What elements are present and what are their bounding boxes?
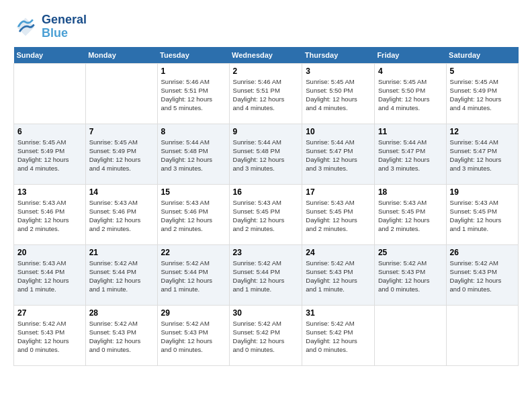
- calendar-cell: [374, 305, 446, 365]
- calendar-cell: 31Sunrise: 5:42 AM Sunset: 5:42 PM Dayli…: [302, 305, 375, 365]
- day-info: Sunrise: 5:42 AM Sunset: 5:43 PM Dayligh…: [450, 259, 515, 294]
- calendar-cell: 8Sunrise: 5:44 AM Sunset: 5:48 PM Daylig…: [157, 124, 229, 184]
- day-info: Sunrise: 5:46 AM Sunset: 5:51 PM Dayligh…: [161, 77, 226, 113]
- day-number: 21: [89, 248, 154, 257]
- calendar-cell: 2Sunrise: 5:46 AM Sunset: 5:51 PM Daylig…: [229, 63, 302, 124]
- calendar-cell: [446, 305, 518, 365]
- day-info: Sunrise: 5:43 AM Sunset: 5:46 PM Dayligh…: [17, 198, 82, 234]
- day-number: 10: [306, 127, 371, 136]
- day-number: 31: [306, 308, 371, 318]
- day-number: 27: [17, 308, 82, 318]
- day-info: Sunrise: 5:42 AM Sunset: 5:43 PM Dayligh…: [306, 259, 371, 294]
- day-info: Sunrise: 5:46 AM Sunset: 5:51 PM Dayligh…: [233, 77, 299, 113]
- day-number: 26: [450, 248, 515, 257]
- day-number: 30: [233, 308, 299, 318]
- day-info: Sunrise: 5:42 AM Sunset: 5:44 PM Dayligh…: [161, 259, 226, 294]
- calendar-cell: 20Sunrise: 5:43 AM Sunset: 5:44 PM Dayli…: [14, 244, 86, 305]
- calendar-cell: 6Sunrise: 5:45 AM Sunset: 5:49 PM Daylig…: [14, 124, 86, 184]
- day-number: 2: [233, 66, 299, 76]
- day-number: 8: [161, 127, 226, 136]
- day-number: 15: [161, 187, 226, 197]
- day-info: Sunrise: 5:43 AM Sunset: 5:46 PM Dayligh…: [161, 198, 226, 234]
- day-info: Sunrise: 5:45 AM Sunset: 5:50 PM Dayligh…: [306, 77, 371, 113]
- day-number: 23: [233, 248, 299, 257]
- day-number: 16: [233, 187, 299, 197]
- calendar-cell: 14Sunrise: 5:43 AM Sunset: 5:46 PM Dayli…: [85, 184, 157, 244]
- day-info: Sunrise: 5:42 AM Sunset: 5:43 PM Dayligh…: [89, 319, 154, 355]
- calendar-cell: 24Sunrise: 5:42 AM Sunset: 5:43 PM Dayli…: [302, 244, 375, 305]
- logo-text: General Blue: [42, 13, 87, 40]
- day-number: 9: [233, 127, 299, 136]
- day-info: Sunrise: 5:42 AM Sunset: 5:43 PM Dayligh…: [378, 259, 443, 294]
- calendar-cell: 27Sunrise: 5:42 AM Sunset: 5:43 PM Dayli…: [14, 305, 86, 365]
- day-info: Sunrise: 5:45 AM Sunset: 5:49 PM Dayligh…: [17, 138, 82, 173]
- day-info: Sunrise: 5:44 AM Sunset: 5:47 PM Dayligh…: [450, 138, 515, 173]
- calendar-cell: 10Sunrise: 5:44 AM Sunset: 5:47 PM Dayli…: [302, 124, 375, 184]
- calendar-cell: 21Sunrise: 5:42 AM Sunset: 5:44 PM Dayli…: [85, 244, 157, 305]
- day-header-tuesday: Tuesday: [157, 47, 229, 64]
- day-info: Sunrise: 5:42 AM Sunset: 5:43 PM Dayligh…: [161, 319, 226, 355]
- calendar-week-2: 6Sunrise: 5:45 AM Sunset: 5:49 PM Daylig…: [14, 124, 519, 184]
- calendar-cell: 30Sunrise: 5:42 AM Sunset: 5:42 PM Dayli…: [229, 305, 302, 365]
- calendar-cell: 4Sunrise: 5:45 AM Sunset: 5:50 PM Daylig…: [374, 63, 446, 124]
- calendar-week-1: 1Sunrise: 5:46 AM Sunset: 5:51 PM Daylig…: [14, 63, 519, 124]
- day-number: 25: [378, 248, 443, 257]
- day-header-sunday: Sunday: [14, 47, 86, 64]
- day-header-saturday: Saturday: [446, 47, 518, 64]
- calendar-week-3: 13Sunrise: 5:43 AM Sunset: 5:46 PM Dayli…: [14, 184, 519, 244]
- day-info: Sunrise: 5:44 AM Sunset: 5:48 PM Dayligh…: [233, 138, 299, 173]
- day-info: Sunrise: 5:43 AM Sunset: 5:45 PM Dayligh…: [450, 198, 515, 234]
- calendar-cell: 3Sunrise: 5:45 AM Sunset: 5:50 PM Daylig…: [302, 63, 375, 124]
- day-number: 3: [306, 66, 371, 76]
- day-info: Sunrise: 5:42 AM Sunset: 5:42 PM Dayligh…: [233, 319, 299, 355]
- day-number: 18: [378, 187, 443, 197]
- calendar-cell: 17Sunrise: 5:43 AM Sunset: 5:45 PM Dayli…: [302, 184, 375, 244]
- day-info: Sunrise: 5:43 AM Sunset: 5:45 PM Dayligh…: [306, 198, 371, 234]
- day-number: 29: [161, 308, 226, 318]
- day-info: Sunrise: 5:44 AM Sunset: 5:47 PM Dayligh…: [306, 138, 371, 173]
- day-number: 13: [17, 187, 82, 197]
- calendar-cell: 28Sunrise: 5:42 AM Sunset: 5:43 PM Dayli…: [85, 305, 157, 365]
- day-number: 4: [378, 66, 443, 76]
- day-info: Sunrise: 5:45 AM Sunset: 5:49 PM Dayligh…: [89, 138, 154, 173]
- day-number: 24: [306, 248, 371, 257]
- calendar-cell: 16Sunrise: 5:43 AM Sunset: 5:45 PM Dayli…: [229, 184, 302, 244]
- day-number: 7: [89, 127, 154, 136]
- calendar-cell: 25Sunrise: 5:42 AM Sunset: 5:43 PM Dayli…: [374, 244, 446, 305]
- logo-icon: [13, 15, 38, 39]
- calendar-cell: 7Sunrise: 5:45 AM Sunset: 5:49 PM Daylig…: [85, 124, 157, 184]
- day-info: Sunrise: 5:42 AM Sunset: 5:44 PM Dayligh…: [233, 259, 299, 294]
- calendar-table: SundayMondayTuesdayWednesdayThursdayFrid…: [13, 47, 519, 366]
- calendar-cell: 18Sunrise: 5:43 AM Sunset: 5:45 PM Dayli…: [374, 184, 446, 244]
- day-info: Sunrise: 5:45 AM Sunset: 5:50 PM Dayligh…: [378, 77, 443, 113]
- day-info: Sunrise: 5:43 AM Sunset: 5:46 PM Dayligh…: [89, 198, 154, 234]
- calendar-cell: 29Sunrise: 5:42 AM Sunset: 5:43 PM Dayli…: [157, 305, 229, 365]
- day-header-monday: Monday: [85, 47, 157, 64]
- calendar-cell: 19Sunrise: 5:43 AM Sunset: 5:45 PM Dayli…: [446, 184, 518, 244]
- page-header: General Blue: [13, 13, 519, 40]
- calendar-cell: 22Sunrise: 5:42 AM Sunset: 5:44 PM Dayli…: [157, 244, 229, 305]
- calendar-cell: 15Sunrise: 5:43 AM Sunset: 5:46 PM Dayli…: [157, 184, 229, 244]
- day-header-thursday: Thursday: [302, 47, 375, 64]
- day-number: 22: [161, 248, 226, 257]
- day-info: Sunrise: 5:42 AM Sunset: 5:42 PM Dayligh…: [306, 319, 371, 355]
- calendar-cell: 12Sunrise: 5:44 AM Sunset: 5:47 PM Dayli…: [446, 124, 518, 184]
- calendar-cell: 13Sunrise: 5:43 AM Sunset: 5:46 PM Dayli…: [14, 184, 86, 244]
- day-number: 1: [161, 66, 226, 76]
- calendar-cell: 5Sunrise: 5:45 AM Sunset: 5:49 PM Daylig…: [446, 63, 518, 124]
- day-number: 11: [378, 127, 443, 136]
- calendar-cell: [85, 63, 157, 124]
- calendar-cell: [14, 63, 86, 124]
- calendar-week-5: 27Sunrise: 5:42 AM Sunset: 5:43 PM Dayli…: [14, 305, 519, 365]
- day-info: Sunrise: 5:43 AM Sunset: 5:44 PM Dayligh…: [17, 259, 82, 294]
- day-number: 6: [17, 127, 82, 136]
- day-info: Sunrise: 5:42 AM Sunset: 5:44 PM Dayligh…: [89, 259, 154, 294]
- day-number: 17: [306, 187, 371, 197]
- day-info: Sunrise: 5:42 AM Sunset: 5:43 PM Dayligh…: [17, 319, 82, 355]
- day-info: Sunrise: 5:43 AM Sunset: 5:45 PM Dayligh…: [378, 198, 443, 234]
- day-number: 19: [450, 187, 515, 197]
- calendar-cell: 23Sunrise: 5:42 AM Sunset: 5:44 PM Dayli…: [229, 244, 302, 305]
- day-number: 12: [450, 127, 515, 136]
- day-number: 28: [89, 308, 154, 318]
- day-info: Sunrise: 5:43 AM Sunset: 5:45 PM Dayligh…: [233, 198, 299, 234]
